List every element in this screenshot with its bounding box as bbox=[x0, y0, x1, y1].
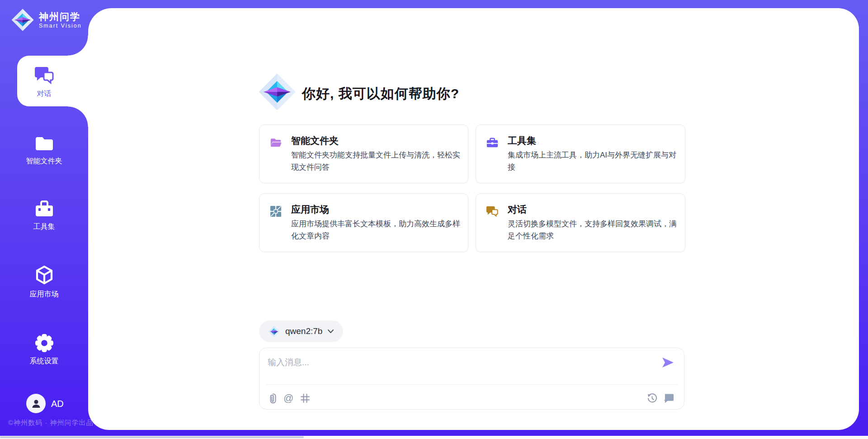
send-icon bbox=[661, 356, 675, 369]
briefcase-icon bbox=[34, 199, 54, 218]
user-name: AD bbox=[51, 399, 64, 409]
sidebar-item-label: 系统设置 bbox=[30, 357, 59, 366]
sidebar-item-chat[interactable]: 对话 bbox=[0, 66, 88, 99]
card-title: 对话 bbox=[508, 203, 527, 216]
sidebar-item-smart-folder[interactable]: 智能文件夹 bbox=[0, 134, 88, 166]
card-app-market[interactable]: 应用市场 应用市场提供丰富长文本模板，助力高效生成多样化文章内容 bbox=[259, 193, 468, 252]
person-icon bbox=[31, 398, 42, 409]
history-icon[interactable] bbox=[647, 393, 657, 404]
sidebar-item-label: 对话 bbox=[37, 89, 52, 99]
sidebar-item-label: 智能文件夹 bbox=[26, 157, 62, 166]
active-tab-scoop-bottom bbox=[68, 106, 88, 127]
folder-open-icon bbox=[269, 136, 282, 149]
composer-tools-right bbox=[647, 391, 674, 406]
apps-grid-icon bbox=[269, 205, 282, 218]
send-button[interactable] bbox=[660, 356, 675, 370]
sidebar-item-label: 工具集 bbox=[33, 222, 55, 232]
brand-gem-icon bbox=[11, 8, 34, 32]
card-description: 应用市场提供丰富长文本模板，助力高效生成多样化文章内容 bbox=[291, 218, 461, 242]
card-toolset[interactable]: 工具集 集成市场上主流工具，助力AI与外界无缝扩展与对接 bbox=[476, 124, 685, 183]
card-description: 集成市场上主流工具，助力AI与外界无缝扩展与对接 bbox=[508, 149, 678, 173]
sidebar-item-toolset[interactable]: 工具集 bbox=[0, 199, 88, 232]
briefcase-icon bbox=[486, 136, 499, 149]
horizontal-scrollbar[interactable] bbox=[0, 436, 304, 438]
card-chat[interactable]: 对话 灵活切换多模型文件，支持多样回复效果调试，满足个性化需求 bbox=[476, 193, 685, 252]
copyright-text: ©神州数码 · 神州问学出品 bbox=[8, 419, 93, 427]
composer-divider bbox=[266, 384, 678, 385]
active-tab-scoop-top bbox=[68, 35, 88, 56]
attach-file-icon[interactable] bbox=[269, 393, 277, 404]
folder-icon bbox=[35, 134, 54, 153]
chat-bubbles-icon bbox=[486, 205, 499, 218]
card-description: 智能文件夹功能支持批量文件上传与清洗，轻松实现文件问答 bbox=[291, 149, 461, 173]
brand-logo: 神州问学 Smart Vision bbox=[11, 8, 82, 32]
cube-icon bbox=[34, 265, 54, 286]
feature-cards: 智能文件夹 智能文件夹功能支持批量文件上传与清洗，轻松实现文件问答 工具集 集成… bbox=[259, 124, 685, 252]
card-title: 工具集 bbox=[508, 134, 536, 147]
composer-tools-left: @ bbox=[269, 391, 310, 406]
model-selector[interactable]: qwen2:7b bbox=[259, 320, 343, 342]
sidebar-item-label: 应用市场 bbox=[30, 290, 59, 299]
card-smart-folder[interactable]: 智能文件夹 智能文件夹功能支持批量文件上传与清洗，轻松实现文件问答 bbox=[259, 124, 468, 183]
brand-subtitle: Smart Vision bbox=[39, 23, 82, 29]
card-title: 智能文件夹 bbox=[291, 134, 339, 147]
model-name: qwen2:7b bbox=[285, 326, 322, 336]
sidebar-item-app-market[interactable]: 应用市场 bbox=[0, 265, 88, 299]
message-input[interactable] bbox=[268, 353, 647, 372]
chat-panel-icon[interactable] bbox=[664, 393, 674, 403]
avatar bbox=[26, 394, 46, 413]
model-gem-icon bbox=[268, 325, 280, 338]
chevron-down-icon bbox=[327, 329, 334, 334]
gear-icon bbox=[35, 334, 54, 353]
brand-name: 神州问学 bbox=[39, 11, 82, 23]
hash-icon[interactable] bbox=[300, 393, 310, 403]
mention-icon[interactable]: @ bbox=[283, 393, 293, 403]
greeting-heading: 你好, 我可以如何帮助你? bbox=[302, 85, 459, 103]
sidebar-item-settings[interactable]: 系统设置 bbox=[0, 334, 88, 366]
chat-bubbles-icon bbox=[34, 66, 54, 85]
card-title: 应用市场 bbox=[291, 203, 329, 216]
welcome-gem-icon bbox=[258, 72, 297, 111]
message-composer: @ bbox=[259, 348, 684, 410]
card-description: 灵活切换多模型文件，支持多样回复效果调试，满足个性化需求 bbox=[508, 218, 678, 242]
user-profile[interactable]: AD bbox=[0, 393, 88, 415]
